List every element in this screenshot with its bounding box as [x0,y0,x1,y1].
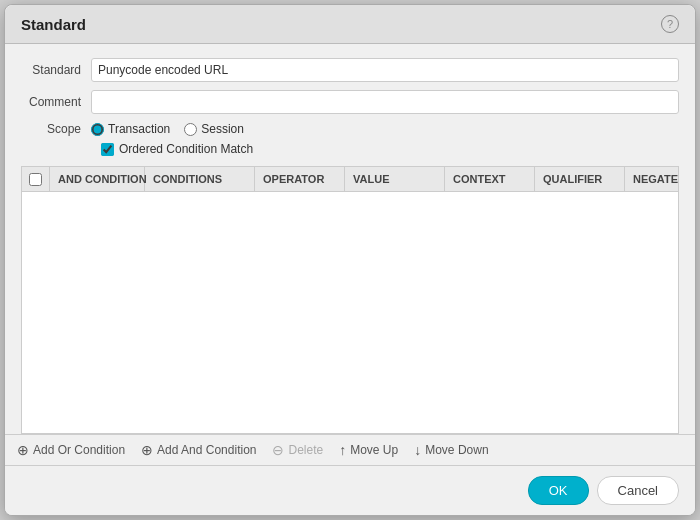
add-and-icon: ⊕ [141,443,153,457]
comment-row: Comment [21,90,679,114]
cancel-button[interactable]: Cancel [597,476,679,505]
add-or-condition-button[interactable]: ⊕ Add Or Condition [17,443,125,457]
help-icon[interactable]: ? [661,15,679,33]
th-operator: OPERATOR [255,167,345,191]
transaction-radio[interactable] [91,123,104,136]
conditions-table: AND CONDITION CONDITIONS OPERATOR VALUE … [21,166,679,434]
standard-row: Standard [21,58,679,82]
add-and-label: Add And Condition [157,443,256,457]
move-up-button[interactable]: ↑ Move Up [339,443,398,457]
dialog-header: Standard ? [5,5,695,44]
move-down-icon: ↓ [414,443,421,457]
delete-label: Delete [288,443,323,457]
scope-label: Scope [21,122,91,136]
dialog-body: Standard Comment Scope Transaction Sessi… [5,44,695,434]
move-up-label: Move Up [350,443,398,457]
th-conditions: CONDITIONS [145,167,255,191]
ordered-condition-text: Ordered Condition Match [119,142,253,156]
move-up-icon: ↑ [339,443,346,457]
delete-button[interactable]: ⊖ Delete [272,443,323,457]
select-all-checkbox[interactable] [29,173,42,186]
dialog-title: Standard [21,16,86,33]
session-label: Session [201,122,244,136]
ordered-condition-row: Ordered Condition Match [21,142,679,156]
move-down-button[interactable]: ↓ Move Down [414,443,488,457]
add-or-label: Add Or Condition [33,443,125,457]
dialog-footer: ⊕ Add Or Condition ⊕ Add And Condition ⊖… [5,434,695,465]
th-value: VALUE [345,167,445,191]
session-radio-label[interactable]: Session [184,122,244,136]
delete-icon: ⊖ [272,443,284,457]
add-and-condition-button[interactable]: ⊕ Add And Condition [141,443,256,457]
add-or-icon: ⊕ [17,443,29,457]
th-negate: NEGATE [625,167,679,191]
th-and-condition: AND CONDITION [50,167,145,191]
th-checkbox[interactable] [22,167,50,191]
th-qualifier: QUALIFIER [535,167,625,191]
ok-button[interactable]: OK [528,476,589,505]
standard-label: Standard [21,63,91,77]
comment-input[interactable] [91,90,679,114]
comment-label: Comment [21,95,91,109]
table-header: AND CONDITION CONDITIONS OPERATOR VALUE … [22,167,678,192]
move-down-label: Move Down [425,443,488,457]
transaction-label: Transaction [108,122,170,136]
table-body [22,192,678,433]
session-radio[interactable] [184,123,197,136]
scope-row: Scope Transaction Session [21,122,679,136]
dialog-buttons: OK Cancel [5,465,695,515]
scope-radio-group: Transaction Session [91,122,244,136]
standard-dialog: Standard ? Standard Comment Scope Transa… [4,4,696,516]
ordered-condition-label[interactable]: Ordered Condition Match [101,142,253,156]
th-context: CONTEXT [445,167,535,191]
standard-input[interactable] [91,58,679,82]
transaction-radio-label[interactable]: Transaction [91,122,170,136]
ordered-condition-checkbox[interactable] [101,143,114,156]
